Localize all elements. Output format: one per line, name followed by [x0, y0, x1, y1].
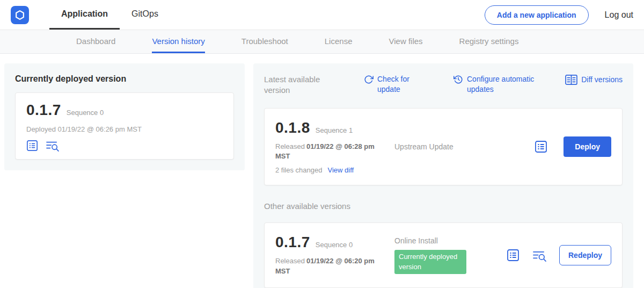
view-diff-link[interactable]: View diff — [327, 166, 354, 174]
diff-versions-link[interactable]: Diff versions — [565, 74, 623, 85]
deployed-timestamp: Deployed 01/19/22 @ 06:26 pm MST — [26, 125, 223, 133]
app-logo-icon[interactable] — [11, 6, 29, 24]
latest-available-header: Latest available version Check for updat… — [264, 74, 623, 96]
check-for-update-link[interactable]: Check for update — [364, 74, 421, 95]
files-changed-row: 2 files changedView diff — [275, 166, 382, 174]
released-label: Released — [275, 142, 305, 150]
currently-deployed-title: Currently deployed version — [15, 74, 234, 84]
nav-tab-gitops-label: GitOps — [131, 9, 158, 19]
logout-button[interactable]: Log out — [605, 10, 633, 20]
nav-tab-gitops[interactable]: GitOps — [120, 0, 170, 30]
latest-available-panel: Latest available version Check for updat… — [253, 63, 633, 288]
nav-tab-application[interactable]: Application — [49, 0, 120, 30]
subnav-item-license-label: License — [325, 37, 353, 46]
other-version-number: 0.1.7 — [275, 234, 310, 251]
latest-version-card: 0.1.8 Sequence 1 Released01/19/22 @ 06:2… — [264, 108, 623, 186]
currently-deployed-badge: Currently deployed version — [394, 250, 466, 275]
schedule-history-icon — [453, 75, 463, 84]
other-version-source-label: Online Install — [394, 236, 507, 245]
check-for-update-label: Check for update — [377, 74, 421, 95]
nav-tabs: Application GitOps — [49, 0, 170, 30]
add-application-button[interactable]: Add a new application — [485, 5, 589, 25]
subnav-item-version-history-label: Version history — [152, 37, 204, 46]
other-sequence-label: Sequence 0 — [316, 241, 353, 249]
main-content: Currently deployed version 0.1.7 Sequenc… — [0, 54, 644, 288]
navbar-right: Add a new application Log out — [485, 0, 633, 30]
configure-automatic-updates-link[interactable]: Configure automatic updates — [453, 74, 546, 95]
deployed-sequence-label: Sequence 0 — [67, 109, 104, 117]
released-label: Released — [275, 257, 305, 265]
subnav-item-troubleshoot[interactable]: Troubleshoot — [241, 30, 288, 53]
top-navbar: Application GitOps Add a new application… — [0, 0, 644, 30]
files-changed-label: 2 files changed — [275, 166, 322, 174]
subnav-item-view-files[interactable]: View files — [389, 30, 422, 53]
latest-version-info: 0.1.8 Sequence 1 Released01/19/22 @ 06:2… — [275, 119, 382, 175]
latest-released-timestamp: Released01/19/22 @ 06:28 pm MST — [275, 142, 382, 162]
deployed-version-number: 0.1.7 — [26, 102, 61, 119]
latest-available-title: Latest available version — [264, 74, 334, 96]
subnav-item-dashboard[interactable]: Dashboard — [76, 30, 115, 53]
currently-deployed-panel: Currently deployed version 0.1.7 Sequenc… — [4, 63, 245, 170]
other-version-source: Online Install Currently deployed versio… — [382, 236, 507, 275]
latest-sequence-label: Sequence 1 — [316, 126, 353, 134]
latest-version-number: 0.1.8 — [275, 119, 310, 136]
logo-wrap — [11, 0, 29, 30]
file-search-icon[interactable] — [532, 249, 546, 262]
subnav-item-license[interactable]: License — [325, 30, 353, 53]
release-notes-checklist-icon[interactable] — [507, 249, 519, 262]
subnav-item-dashboard-label: Dashboard — [76, 37, 115, 46]
configure-automatic-updates-label: Configure automatic updates — [467, 74, 546, 95]
subnav-item-view-files-label: View files — [389, 37, 422, 46]
deploy-button[interactable]: Deploy — [564, 136, 611, 157]
subnav-item-troubleshoot-label: Troubleshoot — [241, 37, 288, 46]
deployed-version-card: 0.1.7 Sequence 0 Deployed 01/19/22 @ 06:… — [15, 92, 234, 160]
release-notes-checklist-icon[interactable] — [535, 140, 547, 153]
latest-version-source-label: Upstream Update — [382, 142, 535, 151]
subnav: Dashboard Version history Troubleshoot L… — [0, 30, 644, 54]
release-notes-checklist-icon[interactable] — [26, 140, 38, 152]
file-search-icon[interactable] — [46, 140, 59, 152]
other-released-timestamp: Released01/19/22 @ 06:20 pm MST — [275, 256, 382, 277]
refresh-arrow-icon — [364, 75, 374, 84]
latest-version-actions: Deploy — [535, 136, 611, 157]
subnav-item-version-history[interactable]: Version history — [152, 30, 204, 53]
diff-columns-icon — [565, 75, 577, 85]
nav-tab-application-label: Application — [61, 9, 108, 19]
redeploy-button[interactable]: Redeploy — [559, 245, 611, 265]
diff-versions-label: Diff versions — [581, 75, 623, 85]
other-version-card: 0.1.7 Sequence 0 Released01/19/22 @ 06:2… — [264, 222, 623, 288]
subnav-item-registry-settings-label: Registry settings — [459, 37, 519, 46]
other-available-versions-title: Other available versions — [264, 201, 623, 211]
subnav-item-registry-settings[interactable]: Registry settings — [459, 30, 519, 53]
other-version-actions: Redeploy — [507, 245, 611, 265]
other-version-info: 0.1.7 Sequence 0 Released01/19/22 @ 06:2… — [275, 234, 382, 277]
